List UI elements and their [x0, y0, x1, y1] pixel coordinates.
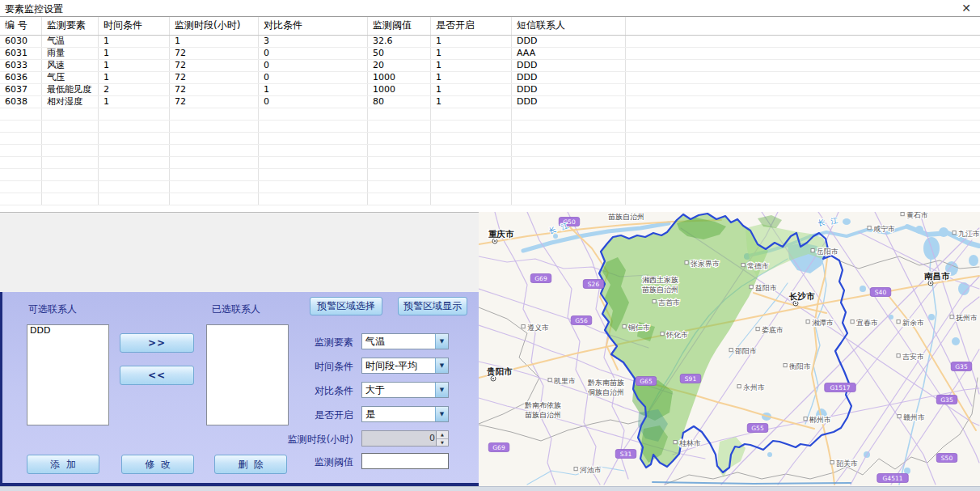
spinner-up-icon[interactable]: ▲: [437, 431, 448, 439]
table-cell: [170, 121, 259, 132]
table-cell: [431, 108, 512, 120]
lake: [860, 286, 866, 292]
table-cell: DDD: [512, 84, 626, 95]
chevron-down-icon[interactable]: ▼: [435, 383, 448, 397]
close-icon[interactable]: ✕: [959, 1, 974, 15]
table-cell: [42, 108, 99, 120]
capital-city-label: 长沙市: [788, 291, 815, 301]
table-cell: [259, 133, 368, 144]
table-row[interactable]: [0, 157, 980, 169]
table-cell: [99, 121, 170, 132]
table-row[interactable]: [0, 193, 980, 205]
table-row[interactable]: [0, 169, 980, 181]
road-badge-label: S91: [685, 375, 697, 383]
table-cell: 1: [431, 36, 512, 47]
chevron-down-icon[interactable]: ▼: [435, 358, 448, 373]
spacer-area: [0, 212, 479, 292]
table-cell: [99, 157, 170, 168]
table-row[interactable]: [0, 121, 980, 133]
warn-area-show-button[interactable]: 预警区域显示: [398, 297, 467, 315]
table-cell: [42, 193, 99, 205]
city-marker-icon: [661, 332, 664, 336]
table-row[interactable]: [0, 133, 980, 145]
list-item[interactable]: DDD: [27, 325, 108, 336]
table-cell: [368, 145, 431, 156]
table-cell: [368, 121, 431, 132]
prefecture-label: 苗族自治州: [642, 286, 678, 294]
table-row[interactable]: 6037最低能见度272110001DDD: [0, 84, 980, 96]
spinner-down-icon[interactable]: ▼: [437, 439, 448, 447]
table-cell: [431, 121, 512, 132]
table-cell: 32.6: [368, 36, 431, 47]
enabled-select[interactable]: 是 ▼: [361, 406, 449, 422]
table-row[interactable]: 6033风速1720201DDD: [0, 60, 980, 72]
table-cell: [512, 157, 626, 168]
road-badge-label: G1517: [830, 384, 851, 392]
road-badge-label: S31: [620, 451, 632, 458]
prefecture-label: 侗族自治州: [588, 388, 624, 396]
window-bottom-edge: [0, 486, 980, 491]
table-cell: 气压: [42, 72, 99, 83]
city-label: 新余市: [902, 319, 924, 327]
road-badge-label: G69: [534, 275, 547, 282]
table-cell: [170, 157, 259, 168]
table-cell: 0: [259, 48, 368, 59]
window-title: 要素监控设置: [5, 2, 63, 16]
road-badge-label: G35: [940, 396, 953, 404]
city-marker-icon: [522, 325, 525, 328]
city-label: 张家界市: [691, 260, 720, 268]
monitor-table[interactable]: 编 号监测要素时间条件监测时段(小时)对比条件监测阈值是否开启短信联系人6030…: [0, 17, 980, 212]
move-left-button[interactable]: <<: [120, 366, 194, 385]
selected-contacts-label: 已选联系人: [212, 303, 260, 316]
selected-contacts-list[interactable]: [206, 324, 289, 425]
table-cell: 1: [99, 96, 170, 108]
table-row[interactable]: 6036气压172010001DDD: [0, 72, 980, 84]
table-cell: 72: [170, 60, 259, 71]
modify-button[interactable]: 修 改: [121, 455, 194, 474]
delete-button[interactable]: 删 除: [214, 455, 287, 474]
table-row[interactable]: 6038相对湿度1720801DDD: [0, 96, 980, 108]
warn-area-select-button[interactable]: 预警区域选择: [310, 297, 382, 315]
move-right-button[interactable]: >>: [120, 333, 194, 353]
table-cell: DDD: [512, 36, 626, 47]
table-cell: 20: [368, 60, 431, 71]
chevron-down-icon[interactable]: ▼: [435, 334, 448, 349]
lake: [553, 234, 558, 239]
map-view[interactable]: G50G69S26G56G69S31G55G1517G35G35S50G4511…: [479, 212, 980, 486]
period-spinner[interactable]: 0 ▲ ▼: [361, 430, 449, 447]
table-row[interactable]: [0, 145, 980, 157]
table-cell: [170, 181, 259, 193]
city-label: 韶关市: [836, 459, 858, 468]
compare-cond-select[interactable]: 大于 ▼: [361, 382, 449, 398]
city-marker-icon: [623, 325, 626, 328]
city-label: 河池市: [580, 466, 602, 474]
table-cell: [368, 169, 431, 180]
city-label: 娄底市: [762, 326, 784, 334]
province-map[interactable]: G50G69S26G56G69S31G55G1517G35G35S50G4511…: [479, 212, 980, 486]
table-row[interactable]: [0, 108, 980, 121]
table-cell: 气温: [42, 36, 99, 47]
city-label: 九江市: [958, 230, 980, 238]
table-header-cell: 对比条件: [259, 17, 368, 35]
city-marker-icon: [741, 264, 745, 267]
table-cell: 6037: [0, 84, 42, 95]
available-contacts-list[interactable]: DDD: [27, 324, 109, 425]
threshold-input[interactable]: [361, 453, 449, 469]
add-button[interactable]: 添 加: [27, 455, 99, 474]
capital-city-dot: [492, 378, 494, 379]
table-row[interactable]: 6031雨量1720501AAA: [0, 48, 980, 60]
road-badge-label: G55: [751, 425, 764, 432]
city-label: 湘潭市: [812, 319, 834, 327]
element-select[interactable]: 气温 ▼: [361, 333, 449, 349]
city-marker-icon: [830, 461, 834, 464]
city-label: 吉安市: [902, 353, 924, 361]
table-cell: [431, 193, 512, 205]
table-row[interactable]: 6030气温11332.61DDD: [0, 36, 980, 48]
time-cond-select[interactable]: 时间段-平均 ▼: [361, 358, 449, 374]
road-badge-label: S26: [588, 281, 600, 288]
city-marker-icon: [574, 468, 577, 471]
table-row[interactable]: [0, 181, 980, 193]
table-cell: [431, 169, 512, 180]
chevron-down-icon[interactable]: ▼: [435, 407, 448, 421]
available-contacts-label: 可选联系人: [28, 303, 77, 316]
